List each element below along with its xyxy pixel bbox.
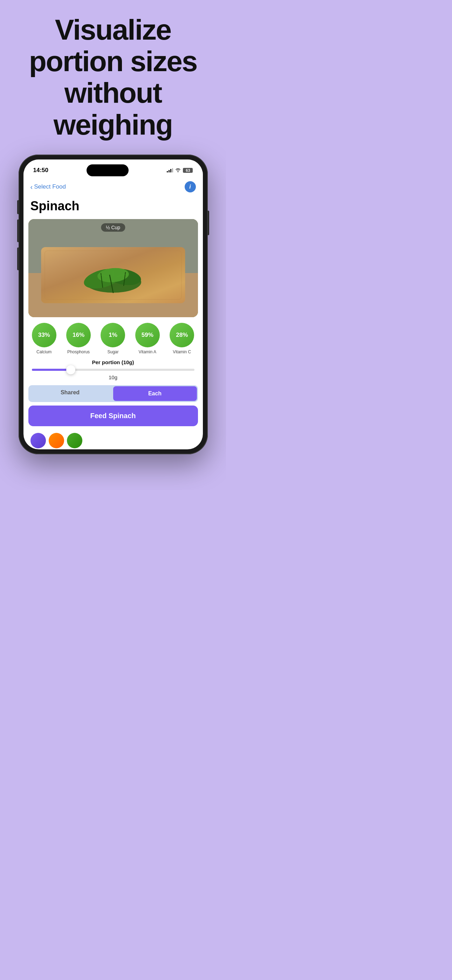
portion-slider-container: 10g [24, 369, 203, 380]
phosphorus-circle: 16% [66, 323, 91, 347]
hero-title: Visualize portion sizes without weighing [11, 14, 215, 140]
vitamin-c-label: Vitamin C [173, 350, 191, 354]
sugar-label: Sugar [107, 350, 118, 354]
nutrient-circles: 33% Calcium 16% Phosphorus 1% [24, 323, 203, 354]
back-label: Select Food [34, 183, 66, 190]
slider-track [32, 369, 194, 371]
battery-icon: 63 [183, 168, 193, 173]
portion-label: ½ Cup [101, 223, 125, 232]
status-bar: 14:50 [24, 159, 203, 179]
sugar-circle: 1% [100, 323, 125, 347]
calcium-circle: 33% [32, 323, 56, 347]
vitamin-a-circle: 59% [135, 323, 160, 347]
bottom-strip [24, 432, 203, 449]
slider-thumb[interactable] [66, 365, 75, 374]
hero-section: Visualize portion sizes without weighing [0, 0, 226, 151]
slider-fill [32, 369, 71, 371]
nutrient-phosphorus: 16% Phosphorus [66, 323, 91, 354]
status-icons: 63 [167, 167, 193, 173]
phone-frame: 14:50 [19, 154, 208, 454]
vitamin-a-label: Vitamin A [139, 350, 156, 354]
dynamic-island [86, 164, 129, 176]
info-button[interactable]: i [185, 181, 196, 192]
food-image-card: ½ Cup [29, 219, 198, 317]
nutrient-calcium: 33% Calcium [32, 323, 56, 354]
per-portion-text: Per portion (10g) [24, 359, 203, 365]
phosphorus-label: Phosphorus [67, 350, 90, 354]
shared-each-toggle[interactable]: Shared Each [29, 385, 198, 402]
shared-toggle-button[interactable]: Shared [29, 385, 112, 402]
food-image-bg [29, 219, 198, 317]
power-button [208, 211, 209, 235]
each-toggle-button[interactable]: Each [113, 386, 197, 401]
volume-down-button [17, 247, 19, 270]
wifi-icon [175, 167, 181, 173]
nutrient-vitamin-c: 28% Vitamin C [170, 323, 194, 354]
chevron-left-icon: ‹ [30, 183, 33, 190]
nav-bar: ‹ Select Food i [24, 179, 203, 196]
vitamin-c-circle: 28% [170, 323, 194, 347]
signal-icon [167, 168, 173, 172]
calcium-label: Calcium [37, 350, 51, 354]
spinach-illustration [75, 258, 152, 296]
bottom-circle-2 [49, 433, 64, 448]
bottom-circle-3 [67, 433, 82, 448]
mute-button [17, 200, 19, 214]
status-time: 14:50 [33, 167, 48, 174]
phone-screen: 14:50 [24, 159, 203, 449]
bottom-circle-1 [30, 433, 46, 448]
phone-mockup: 14:50 [0, 151, 226, 454]
nutrient-sugar: 1% Sugar [100, 323, 125, 354]
slider-value: 10g [32, 374, 194, 380]
feed-button[interactable]: Feed Spinach [29, 406, 198, 426]
nutrient-vitamin-a: 59% Vitamin A [135, 323, 160, 354]
volume-up-button [17, 220, 19, 242]
food-title: Spinach [24, 196, 203, 219]
back-button[interactable]: ‹ Select Food [30, 183, 66, 190]
